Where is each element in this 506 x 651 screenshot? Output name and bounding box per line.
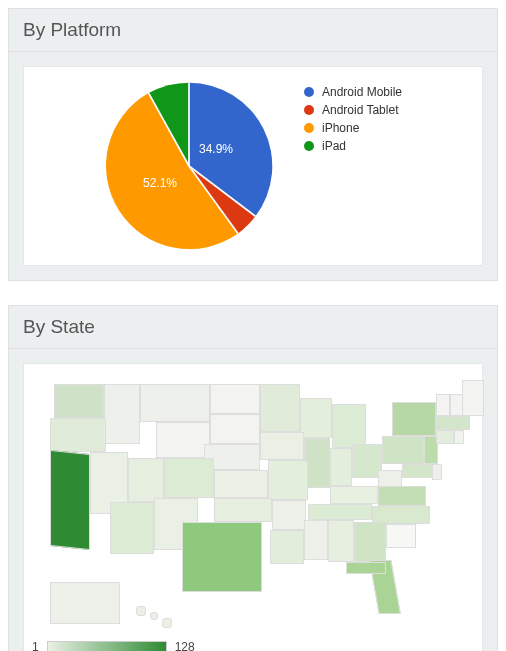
state-ct[interactable] [436, 430, 454, 444]
state-wi[interactable] [300, 398, 332, 438]
state-va[interactable] [378, 486, 426, 506]
state-ms[interactable] [304, 520, 328, 560]
state-or[interactable] [50, 418, 106, 452]
state-hi3[interactable] [162, 618, 172, 628]
state-de[interactable] [432, 464, 442, 480]
state-panel-body: 1 128 [9, 349, 497, 651]
legend-item-iphone[interactable]: iPhone [304, 119, 402, 137]
platform-panel-title: By Platform [9, 9, 497, 52]
state-me[interactable] [462, 380, 484, 416]
state-pa[interactable] [382, 436, 424, 464]
legend-label: iPhone [322, 119, 359, 137]
state-panel: By State [8, 305, 498, 651]
map-color-scale: 1 128 [32, 640, 474, 651]
legend-label: iPad [322, 137, 346, 155]
state-mo[interactable] [268, 460, 308, 500]
state-wy[interactable] [156, 422, 210, 458]
legend-dot-icon [304, 123, 314, 133]
state-ny[interactable] [392, 402, 436, 436]
state-al[interactable] [328, 520, 354, 562]
state-ak[interactable] [50, 582, 120, 624]
platform-legend: Android Mobile Android Tablet iPhone iPa… [304, 81, 402, 155]
scale-min-label: 1 [32, 640, 39, 651]
legend-label: Android Mobile [322, 83, 402, 101]
state-md[interactable] [402, 464, 432, 478]
state-vt[interactable] [436, 394, 450, 416]
state-panel-title: By State [9, 306, 497, 349]
pie-label-iphone: 52.1% [143, 176, 177, 190]
state-ar[interactable] [272, 500, 306, 530]
us-map [32, 374, 474, 634]
platform-chart-card: 34.9% 52.1% Android Mobile Android Table… [23, 66, 483, 266]
legend-label: Android Tablet [322, 101, 399, 119]
legend-dot-icon [304, 87, 314, 97]
legend-item-android-mobile[interactable]: Android Mobile [304, 83, 402, 101]
state-ut[interactable] [128, 458, 164, 502]
state-ok[interactable] [214, 498, 272, 522]
state-mt[interactable] [140, 384, 210, 422]
state-mi[interactable] [332, 404, 366, 448]
state-sd[interactable] [210, 414, 260, 444]
state-hi[interactable] [136, 606, 146, 616]
state-fl-panhandle[interactable] [346, 562, 386, 574]
state-ks[interactable] [214, 470, 268, 498]
legend-dot-icon [304, 105, 314, 115]
legend-dot-icon [304, 141, 314, 151]
state-id[interactable] [104, 384, 140, 444]
state-hi2[interactable] [150, 612, 158, 620]
platform-pie-chart: 34.9% 52.1% [104, 81, 274, 251]
state-map-card: 1 128 [23, 363, 483, 651]
state-ia[interactable] [260, 432, 304, 460]
state-sc[interactable] [386, 524, 416, 548]
state-wa[interactable] [54, 384, 104, 418]
state-tn[interactable] [308, 504, 372, 520]
platform-panel: By Platform [8, 8, 498, 281]
state-ri[interactable] [454, 430, 464, 444]
legend-item-android-tablet[interactable]: Android Tablet [304, 101, 402, 119]
state-nd[interactable] [210, 384, 260, 414]
state-ca[interactable] [50, 450, 90, 550]
state-ga[interactable] [354, 522, 386, 562]
pie-label-android-mobile: 34.9% [199, 142, 233, 156]
colorbar-gradient-icon [47, 641, 167, 651]
state-co[interactable] [164, 458, 214, 498]
scale-max-label: 128 [175, 640, 195, 651]
state-la[interactable] [270, 530, 304, 564]
state-ky[interactable] [330, 486, 378, 504]
state-az[interactable] [110, 502, 154, 554]
state-mn[interactable] [260, 384, 300, 432]
platform-panel-body: 34.9% 52.1% Android Mobile Android Table… [9, 52, 497, 280]
state-ma[interactable] [436, 416, 470, 430]
state-in[interactable] [330, 448, 352, 486]
legend-item-ipad[interactable]: iPad [304, 137, 402, 155]
state-tx[interactable] [182, 522, 262, 592]
